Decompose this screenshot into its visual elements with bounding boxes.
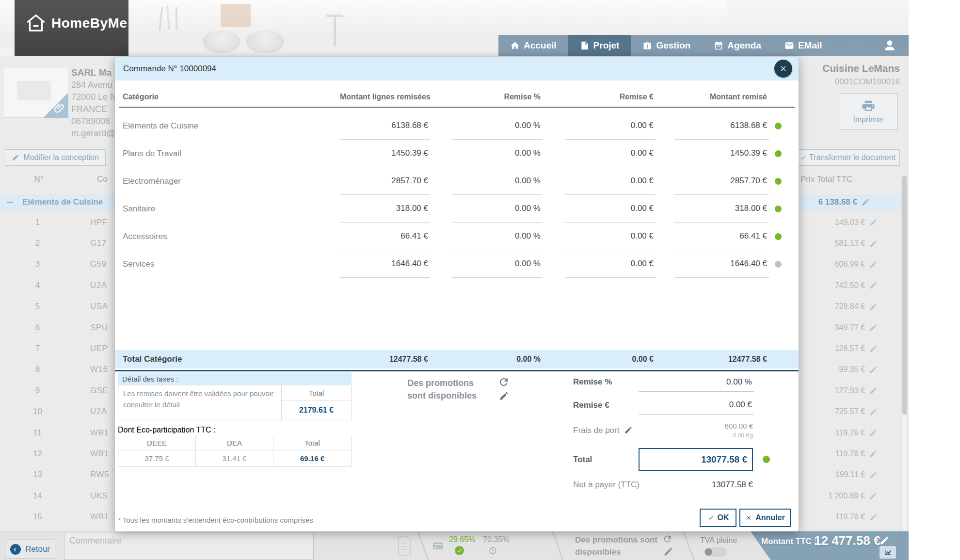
back-button[interactable]: Retour xyxy=(5,540,55,559)
item-row[interactable]: 14 UKS xyxy=(0,485,115,506)
nav-accueil[interactable]: Accueil xyxy=(498,35,568,56)
item-row[interactable]: 15 WB1 xyxy=(0,506,115,527)
nav-projet[interactable]: Projet xyxy=(568,35,631,56)
discount-eur-input[interactable]: 0.00 € xyxy=(565,167,656,195)
refresh-icon[interactable] xyxy=(662,534,672,546)
close-button[interactable] xyxy=(774,60,792,78)
file-icon xyxy=(580,41,590,50)
chart-button[interactable] xyxy=(880,546,896,559)
discount-pct-input[interactable]: 0.00 % xyxy=(452,250,543,278)
price-value: 1 200.89 € xyxy=(828,492,865,500)
price-value: 119.76 € xyxy=(835,449,865,458)
price-row[interactable]: 199.11 € xyxy=(799,464,909,485)
item-row[interactable]: 1 HPF xyxy=(0,212,115,233)
price-row[interactable]: 742.50 € xyxy=(799,275,909,296)
header: HomeByMe Accueil Projet Gestion Agenda xyxy=(0,0,909,56)
price-row[interactable]: 127.93 € xyxy=(799,380,909,401)
price-value: 728.84 € xyxy=(835,302,865,311)
item-code: GSE xyxy=(90,386,108,396)
pencil-icon[interactable] xyxy=(624,426,633,437)
nav-gestion[interactable]: Gestion xyxy=(631,35,702,56)
category-row: Electroménager 2857.70 € 0.00 % 0.00 € 2… xyxy=(123,167,791,195)
pencil-icon[interactable] xyxy=(663,546,673,559)
summary-total-input[interactable]: 13077.58 € xyxy=(639,448,753,471)
status-dot xyxy=(775,150,782,157)
discount-eur-input[interactable]: 0.00 € xyxy=(565,140,656,167)
item-row[interactable]: 5 USA xyxy=(0,296,115,317)
nav-agenda[interactable]: Agenda xyxy=(702,35,773,56)
item-number: 12 xyxy=(19,449,56,459)
price-row[interactable]: 119.76 € xyxy=(799,506,909,527)
print-button[interactable]: Imprimer xyxy=(839,93,898,130)
shipping-label: Frais de port xyxy=(573,426,633,437)
item-row[interactable]: 2 G17 xyxy=(0,233,115,254)
item-number: 9 xyxy=(19,386,56,396)
discount-pct-input[interactable]: 0.00 % xyxy=(452,167,543,195)
tva-toggle[interactable] xyxy=(704,547,727,557)
divider xyxy=(552,531,564,560)
total-amount: 12477.58 € xyxy=(340,355,430,364)
price-value: 99.35 € xyxy=(839,365,865,374)
item-row[interactable]: 4 U2A xyxy=(0,275,115,296)
item-row[interactable]: 9 GSE xyxy=(0,380,115,401)
price-row[interactable]: 119.76 € xyxy=(799,443,909,464)
price-row[interactable]: 119.76 € xyxy=(799,422,909,443)
price-row[interactable]: 349.77 € xyxy=(799,317,909,338)
item-row[interactable]: 12 WB1 xyxy=(0,443,115,464)
back-arrow-icon xyxy=(10,544,21,555)
price-row[interactable]: 99.35 € xyxy=(799,359,909,380)
pencil-icon xyxy=(12,154,19,161)
price-row[interactable]: 725.57 € xyxy=(799,401,909,422)
collapse-icon[interactable] xyxy=(7,202,13,203)
pencil-icon xyxy=(869,408,878,416)
dialog-title: Commande N° 10000094 xyxy=(115,57,799,80)
design-thumbnail[interactable] xyxy=(3,67,68,118)
modify-design-button[interactable]: Modifier la conception xyxy=(5,149,106,166)
homebyme-logo[interactable]: HomeByMe xyxy=(25,13,127,34)
pencil-icon[interactable] xyxy=(499,391,509,403)
item-row[interactable]: 3 G59 xyxy=(0,254,115,275)
comment-input[interactable] xyxy=(64,533,314,560)
item-code: U2A xyxy=(90,281,107,290)
tax-details-header: Détail des taxes : xyxy=(118,372,352,385)
user-menu[interactable] xyxy=(871,35,909,56)
group-label: Eléments de Cuisine xyxy=(22,197,103,207)
vertical-scrollbar[interactable] xyxy=(901,176,908,560)
item-row[interactable]: 13 RW5 xyxy=(0,464,115,485)
item-row[interactable]: 6 SPU xyxy=(0,317,115,338)
group-total: 6 138.68 € xyxy=(818,197,857,207)
price-row[interactable]: 149.03 € xyxy=(799,212,909,233)
group-row-right[interactable]: 6 138.68 € xyxy=(799,194,901,210)
discount-eur-input[interactable]: 0.00 € xyxy=(565,112,656,140)
refresh-icon[interactable] xyxy=(498,376,510,390)
item-row[interactable]: 7 UEP xyxy=(0,338,115,359)
ok-button[interactable]: OK xyxy=(700,509,736,527)
item-row[interactable]: 10 U2A xyxy=(0,401,115,422)
discount-eur-input[interactable]: 0.00 € xyxy=(565,250,656,278)
price-row[interactable]: 126.57 € xyxy=(799,338,909,359)
summary-discount-pct-input[interactable]: 0.00 % xyxy=(639,372,754,392)
category-row: Accessoires 66.41 € 0.00 % 0.00 € 66.41 … xyxy=(123,223,791,250)
nav-email[interactable]: EMail xyxy=(773,35,834,56)
item-row[interactable]: 11 WB1 xyxy=(0,422,115,443)
transform-document-button[interactable]: Transformer le document xyxy=(795,149,900,166)
discount-pct-input[interactable]: 0.00 % xyxy=(452,112,543,140)
summary-discount-eur-input[interactable]: 0.00 € xyxy=(639,395,754,415)
price-row[interactable]: 1 200.89 € xyxy=(799,485,909,506)
person-icon xyxy=(883,39,896,52)
price-row[interactable]: 606.99 € xyxy=(799,254,909,275)
category-label: Electroménager xyxy=(123,167,340,195)
discount-eur-input[interactable]: 0.00 € xyxy=(565,223,656,250)
discount-eur-input[interactable]: 0.00 € xyxy=(565,195,656,223)
cancel-button[interactable]: Annuler xyxy=(739,509,791,527)
price-row[interactable]: 728.84 € xyxy=(799,296,909,317)
item-number: 4 xyxy=(19,281,56,290)
item-row[interactable]: 8 W16 xyxy=(0,359,115,380)
scrollbar-thumb[interactable] xyxy=(902,176,907,415)
discount-pct-input[interactable]: 0.00 % xyxy=(452,223,543,250)
discount-pct-input[interactable]: 0.00 % xyxy=(452,195,543,223)
discount-pct-input[interactable]: 0.00 % xyxy=(452,140,543,167)
price-row[interactable]: 581.13 € xyxy=(799,233,909,254)
group-row-left[interactable]: Eléments de Cuisine xyxy=(0,194,115,210)
cancel-label: Annuler xyxy=(755,513,784,522)
